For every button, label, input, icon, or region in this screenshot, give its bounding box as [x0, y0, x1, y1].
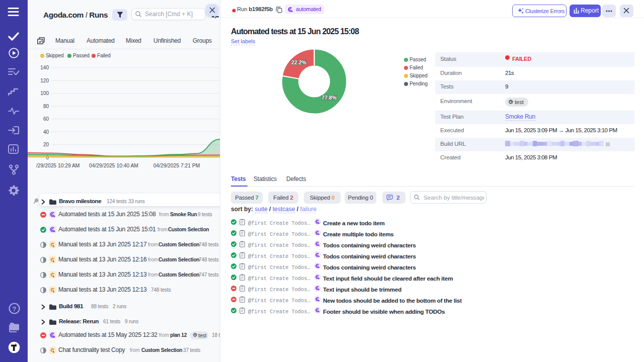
svg-text:120: 120 [40, 78, 49, 83]
svg-text:77.8%: 77.8% [321, 95, 337, 101]
svg-text:04/29/2025 7:21 PM: 04/29/2025 7:21 PM [153, 163, 200, 168]
svg-text:?: ? [13, 305, 17, 313]
svg-text:80: 80 [43, 104, 49, 109]
svg-text:60: 60 [43, 116, 49, 122]
svg-text:140: 140 [40, 65, 49, 70]
svg-text:100: 100 [40, 90, 49, 96]
svg-text:20: 20 [43, 142, 49, 147]
svg-text:22.2%: 22.2% [291, 59, 306, 65]
svg-text:40: 40 [43, 129, 49, 135]
svg-text:04/29/2025 10:40 AM: 04/29/2025 10:40 AM [89, 163, 138, 168]
svg-text:/29/2025 10:29 AM: /29/2025 10:29 AM [36, 163, 79, 168]
